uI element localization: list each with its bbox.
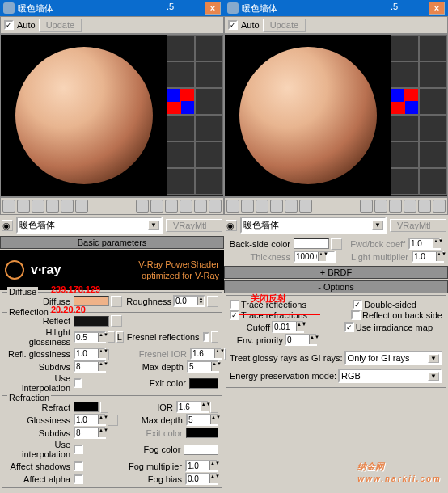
float-badge: .5	[386, 0, 403, 13]
auto-checkbox[interactable]: ✓	[4, 20, 14, 30]
app-icon	[227, 2, 239, 14]
material-type-button[interactable]: VRayMtl	[390, 219, 446, 232]
auto-label: Auto	[17, 20, 36, 30]
roughness-label: Roughness	[126, 297, 171, 306]
trace-refl-checkbox[interactable]	[230, 300, 239, 310]
app-icon	[3, 2, 15, 14]
tool-icon[interactable]	[32, 200, 44, 213]
preview-sphere	[15, 47, 153, 184]
material-slots[interactable]	[167, 35, 223, 196]
auto-label: Auto	[241, 20, 260, 30]
window-titlebar: 暖色墙体 ×	[224, 0, 448, 16]
float-badge: .5	[162, 0, 179, 13]
annotation-reflect: 20.20.20	[51, 305, 86, 314]
group-diffuse: Diffuse	[7, 287, 38, 297]
diffuse-map[interactable]	[111, 296, 122, 307]
tool-icon[interactable]	[194, 200, 207, 213]
exit-swatch[interactable]	[189, 378, 218, 389]
preview-sphere	[239, 47, 377, 184]
watermark: 纳金网 www.narkii.com	[357, 452, 442, 483]
close-button[interactable]: ×	[205, 2, 221, 15]
trace-refr-checkbox[interactable]: ✓	[230, 310, 239, 320]
tool-icon[interactable]	[17, 200, 30, 213]
update-button[interactable]: Update	[39, 19, 82, 32]
window-titlebar: 暖色墙体 ×	[0, 0, 224, 16]
material-type-button[interactable]: VRayMtl	[166, 219, 222, 232]
tool-icon[interactable]	[136, 200, 149, 213]
material-slots[interactable]	[391, 35, 447, 196]
pick-button[interactable]: ◉	[2, 220, 13, 231]
close-button[interactable]: ×	[429, 2, 445, 15]
tool-icon[interactable]	[46, 200, 59, 213]
material-name-dropdown[interactable]: 暖色墙体▼	[16, 217, 163, 234]
energy-dropdown[interactable]: RGB▼	[338, 369, 442, 383]
material-preview	[225, 35, 391, 196]
tool-icon[interactable]	[180, 200, 192, 213]
vray-banner: v·ray V-Ray PowerShaderoptimized for V-R…	[0, 250, 224, 290]
material-preview	[1, 35, 167, 196]
group-reflection: Reflection	[7, 307, 50, 317]
tool-icon[interactable]	[165, 200, 178, 213]
annotation-diffuse: 239.178.129	[51, 284, 100, 294]
glossy-dropdown[interactable]: Only for GI rays▼	[344, 351, 442, 365]
lock-button[interactable]: L	[116, 331, 124, 343]
tool-icon[interactable]	[209, 200, 222, 213]
roughness-spinner[interactable]: ▲▼	[173, 295, 205, 307]
rollout-basic[interactable]: Basic parameters	[0, 236, 224, 249]
tool-icon[interactable]	[61, 200, 74, 213]
rollout-options[interactable]: - Options	[224, 280, 448, 293]
backside-swatch[interactable]	[294, 238, 329, 249]
update-button[interactable]: Update	[263, 19, 306, 32]
roughness-map[interactable]	[207, 296, 218, 307]
material-name-dropdown[interactable]: 暖色墙体▼	[240, 217, 387, 234]
useint-checkbox[interactable]	[74, 378, 82, 388]
pick-button[interactable]: ◉	[226, 220, 237, 231]
group-refraction: Refraction	[7, 393, 51, 402]
main-toolbar	[224, 197, 448, 215]
reflect-back-checkbox[interactable]	[351, 310, 361, 320]
irradiance-checkbox[interactable]: ✓	[344, 322, 354, 332]
auto-checkbox[interactable]: ✓	[228, 20, 238, 30]
tool-icon[interactable]	[2, 200, 15, 213]
tool-icon[interactable]	[75, 200, 88, 213]
fresnel-checkbox[interactable]	[203, 332, 210, 342]
red-underline	[239, 314, 320, 315]
annotation-close-reflection: 关闭反射	[251, 293, 286, 305]
vray-logo: v·ray	[31, 263, 61, 277]
tool-icon[interactable]	[150, 200, 163, 213]
window-title: 暖色墙体	[242, 2, 277, 15]
reflect-swatch[interactable]	[74, 316, 109, 327]
double-sided-checkbox[interactable]: ✓	[353, 300, 362, 310]
refract-swatch[interactable]	[74, 402, 99, 412]
window-title: 暖色墙体	[18, 2, 53, 15]
main-toolbar	[0, 197, 224, 215]
rollout-brdf[interactable]: + BRDF	[224, 266, 448, 279]
